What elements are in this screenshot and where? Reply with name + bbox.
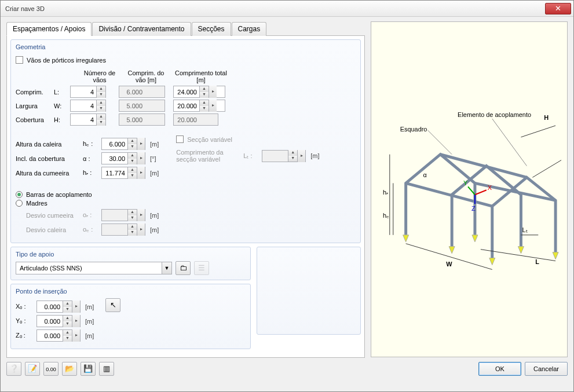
length-spans-input[interactable]: ▲▼ (70, 86, 106, 98)
pick-icon[interactable]: ▸ (209, 86, 217, 98)
diagram-bracket-label: Esquadro (400, 126, 427, 133)
spin-down-icon: ▼ (288, 156, 297, 162)
spin-down-icon[interactable]: ▼ (96, 92, 105, 98)
off-eave-label: Desvio caleira (16, 226, 79, 233)
roof-spans-input[interactable]: ▲▼ (70, 113, 106, 126)
spin-up-icon[interactable]: ▲ (63, 330, 72, 336)
spin-down-icon[interactable]: ▼ (63, 321, 72, 327)
pick-icon[interactable]: ▸ (137, 138, 145, 150)
spin-down-icon[interactable]: ▼ (199, 106, 209, 112)
pick-icon: ▸ (297, 150, 305, 162)
spin-up-icon[interactable]: ▲ (96, 86, 105, 92)
purlins-radio[interactable] (16, 200, 23, 207)
roof-sym: H: (54, 116, 68, 123)
irregular-spans-row[interactable]: Vãos de pórticos irregulares (16, 56, 356, 64)
support-select[interactable]: Articulado (SSS NNS) ▼ (16, 262, 172, 274)
help-button[interactable]: ❔ (6, 362, 21, 376)
width-total-input[interactable]: ▲▼ ▸ (173, 100, 225, 112)
length-total-input[interactable]: ▲▼ ▸ (173, 86, 225, 98)
bottom-toolbar: ❔ 📝 0.00 📂 💾 ▥ OK Cancelar (6, 362, 568, 376)
spin-down-icon[interactable]: ▼ (127, 173, 137, 179)
tab-loads[interactable]: Cargas (232, 22, 267, 36)
width-spans-input[interactable]: ▲▼ (70, 100, 106, 112)
chevron-down-icon[interactable]: ▼ (162, 262, 171, 274)
save-button[interactable]: 💾 (81, 362, 96, 376)
cancel-button[interactable]: Cancelar (525, 362, 568, 376)
column-headers: Número de vãos Comprim. do vão [m] Compr… (79, 69, 356, 83)
ridge-height-sym: hᵣ : (83, 169, 98, 177)
close-button[interactable]: ✕ (545, 3, 571, 14)
settings-button[interactable]: ▥ (99, 362, 114, 376)
off-ridge-label: Desvio cumeeira (16, 212, 79, 219)
svg-line-3 (521, 126, 555, 137)
pick-icon[interactable]: ▸ (72, 329, 80, 342)
open-button[interactable]: 📂 (62, 362, 77, 376)
spin-up-icon[interactable]: ▲ (199, 86, 209, 92)
purlins-radio-row[interactable]: Madres (16, 200, 356, 207)
col-header-spanlen: Comprim. do vão [m] (120, 69, 172, 83)
support-title: Tipo de apoio (16, 250, 246, 261)
ok-button[interactable]: OK (478, 362, 521, 376)
roof-incl-label: Incl. da cobertura (16, 155, 79, 162)
irregular-spans-checkbox[interactable] (16, 56, 23, 64)
coupling-radio[interactable] (16, 191, 23, 198)
x0-input[interactable]: ▲▼ ▸ (36, 301, 81, 313)
tab-division[interactable]: Divisão / Contraventamento (92, 22, 191, 36)
ridge-height-input[interactable]: ▲▼ ▸ (101, 167, 145, 179)
spin-down-icon[interactable]: ▼ (199, 92, 209, 98)
var-section-sym: Lₜ : (243, 152, 258, 160)
spin-up-icon[interactable]: ▲ (127, 138, 137, 144)
spin-down-icon[interactable]: ▼ (127, 159, 137, 164)
tab-sections[interactable]: Secções (192, 22, 231, 36)
roof-incl-input[interactable]: ▲▼ ▸ (101, 152, 145, 164)
svg-text:L: L (535, 258, 539, 265)
pick-icon[interactable]: ▸ (209, 100, 217, 112)
structure-diagram: Elemento de acoplamento Esquadro H (371, 22, 567, 356)
svg-line-1 (427, 130, 452, 155)
support-group: Tipo de apoio Articulado (SSS NNS) ▼ 🗀 ☰ (10, 247, 251, 280)
notes-button[interactable]: 📝 (25, 362, 40, 376)
off-ridge-unit: [m] (150, 212, 159, 219)
spin-up-icon[interactable]: ▲ (127, 167, 137, 173)
roof-label: Cobertura (16, 116, 52, 123)
pick-point-button[interactable]: ↖ (105, 298, 120, 312)
window-title: Criar nave 3D (3, 5, 545, 12)
y0-input[interactable]: ▲▼ ▸ (36, 315, 81, 327)
var-section-checkbox[interactable] (176, 135, 184, 143)
spin-down-icon[interactable]: ▼ (63, 336, 72, 342)
pick-icon[interactable]: ▸ (72, 315, 80, 327)
col-header-spans: Número de vãos (79, 69, 120, 83)
spin-up-icon[interactable]: ▲ (63, 301, 72, 307)
pick-icon[interactable]: ▸ (137, 152, 145, 164)
spin-down-icon[interactable]: ▼ (96, 106, 105, 112)
spin-up-icon[interactable]: ▲ (199, 100, 209, 106)
eave-height-label: Altura da caleira (16, 141, 79, 148)
svg-line-5 (406, 183, 492, 206)
coupling-radio-row[interactable]: Barras de acoplamento (16, 191, 356, 198)
length-label: Comprim. (16, 89, 52, 96)
var-section-row[interactable]: Secção variável (176, 135, 319, 143)
pick-icon[interactable]: ▸ (72, 301, 80, 313)
spin-up-icon[interactable]: ▲ (127, 153, 137, 159)
var-section-unit: [m] (310, 152, 319, 159)
spin-up-icon: ▲ (127, 210, 137, 215)
units-button[interactable]: 0.00 (43, 362, 59, 376)
tab-spacing[interactable]: Espaçamentos / Apoios (6, 22, 92, 36)
spin-down-icon[interactable]: ▼ (96, 120, 105, 126)
spin-down-icon[interactable]: ▼ (127, 144, 137, 150)
eave-height-input[interactable]: ▲▼ ▸ (101, 138, 145, 150)
spin-up-icon[interactable]: ▲ (63, 316, 72, 321)
x0-label: X₀ : (16, 303, 33, 310)
svg-marker-16 (449, 247, 455, 254)
eave-height-sym: hₑ : (83, 140, 98, 148)
spin-down-icon[interactable]: ▼ (63, 307, 72, 313)
width-sym: W: (54, 102, 68, 109)
z0-label: Z₀ : (16, 332, 33, 339)
spin-up-icon[interactable]: ▲ (96, 114, 105, 120)
support-library-button[interactable]: 🗀 (176, 261, 191, 275)
spin-up-icon[interactable]: ▲ (96, 100, 105, 106)
z0-input[interactable]: ▲▼ ▸ (36, 329, 81, 342)
pick-icon[interactable]: ▸ (137, 167, 145, 179)
z0-unit: [m] (85, 332, 94, 339)
svg-line-8 (475, 190, 487, 195)
